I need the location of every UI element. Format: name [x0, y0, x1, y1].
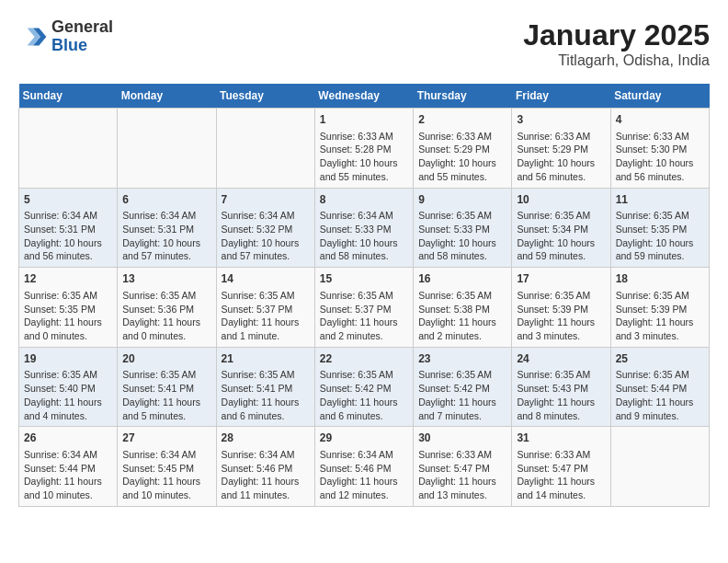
day-number: 13 [122, 271, 210, 287]
day-info: Sunrise: 6:34 AM Sunset: 5:46 PM Dayligh… [320, 448, 408, 502]
page-subtitle: Titlagarh, Odisha, India [523, 52, 710, 69]
calendar-day: 28Sunrise: 6:34 AM Sunset: 5:46 PM Dayli… [216, 427, 314, 507]
day-info: Sunrise: 6:35 AM Sunset: 5:42 PM Dayligh… [418, 368, 506, 422]
calendar-day: 13Sunrise: 6:35 AM Sunset: 5:36 PM Dayli… [118, 268, 216, 348]
day-info: Sunrise: 6:35 AM Sunset: 5:40 PM Dayligh… [24, 368, 112, 422]
day-number: 3 [517, 112, 605, 128]
calendar-day: 29Sunrise: 6:34 AM Sunset: 5:46 PM Dayli… [314, 427, 413, 507]
logo-blue: Blue [51, 37, 113, 55]
calendar-day: 9Sunrise: 6:35 AM Sunset: 5:33 PM Daylig… [414, 188, 512, 268]
calendar-day: 3Sunrise: 6:33 AM Sunset: 5:29 PM Daylig… [512, 109, 610, 189]
day-number: 2 [418, 112, 506, 128]
logo-text: General Blue [51, 18, 113, 55]
logo: General Blue [18, 18, 113, 55]
day-number: 15 [320, 271, 408, 287]
day-number: 27 [122, 431, 210, 446]
day-number: 25 [616, 351, 704, 367]
calendar-week-3: 19Sunrise: 6:35 AM Sunset: 5:40 PM Dayli… [19, 347, 710, 427]
day-info: Sunrise: 6:33 AM Sunset: 5:47 PM Dayligh… [517, 448, 605, 502]
day-info: Sunrise: 6:35 AM Sunset: 5:35 PM Dayligh… [616, 209, 704, 263]
day-info: Sunrise: 6:34 AM Sunset: 5:46 PM Dayligh… [222, 448, 310, 502]
logo-icon [18, 22, 48, 52]
day-number: 5 [24, 192, 112, 208]
calendar-day [216, 109, 314, 189]
day-info: Sunrise: 6:35 AM Sunset: 5:38 PM Dayligh… [418, 289, 506, 343]
day-number: 23 [418, 351, 506, 367]
header-day-friday: Friday [512, 84, 610, 109]
calendar-day: 10Sunrise: 6:35 AM Sunset: 5:34 PM Dayli… [512, 188, 610, 268]
day-info: Sunrise: 6:35 AM Sunset: 5:42 PM Dayligh… [320, 368, 408, 422]
page-header: General Blue January 2025 Titlagarh, Odi… [18, 18, 710, 69]
day-number: 21 [222, 351, 310, 367]
day-info: Sunrise: 6:33 AM Sunset: 5:28 PM Dayligh… [320, 130, 408, 184]
header-day-monday: Monday [118, 84, 216, 109]
calendar-day [610, 427, 709, 507]
day-number: 24 [517, 351, 605, 367]
day-number: 4 [616, 112, 704, 128]
header-day-saturday: Saturday [610, 84, 709, 109]
calendar-day: 25Sunrise: 6:35 AM Sunset: 5:44 PM Dayli… [610, 347, 709, 427]
day-number: 12 [24, 271, 112, 287]
calendar-day: 8Sunrise: 6:34 AM Sunset: 5:33 PM Daylig… [314, 188, 413, 268]
calendar-day: 4Sunrise: 6:33 AM Sunset: 5:30 PM Daylig… [610, 109, 709, 189]
day-number: 10 [517, 192, 605, 208]
calendar-week-4: 26Sunrise: 6:34 AM Sunset: 5:44 PM Dayli… [19, 427, 710, 507]
day-info: Sunrise: 6:35 AM Sunset: 5:39 PM Dayligh… [517, 289, 605, 343]
calendar-day: 20Sunrise: 6:35 AM Sunset: 5:41 PM Dayli… [118, 347, 216, 427]
calendar-day: 6Sunrise: 6:34 AM Sunset: 5:31 PM Daylig… [118, 188, 216, 268]
day-info: Sunrise: 6:35 AM Sunset: 5:41 PM Dayligh… [122, 368, 210, 422]
day-number: 22 [320, 351, 408, 367]
day-number: 6 [122, 192, 210, 208]
day-number: 31 [517, 431, 605, 446]
day-number: 11 [616, 192, 704, 208]
calendar-week-2: 12Sunrise: 6:35 AM Sunset: 5:35 PM Dayli… [19, 268, 710, 348]
day-number: 29 [320, 431, 408, 446]
day-info: Sunrise: 6:34 AM Sunset: 5:44 PM Dayligh… [24, 448, 112, 502]
page-title: January 2025 [523, 18, 710, 52]
calendar-day: 22Sunrise: 6:35 AM Sunset: 5:42 PM Dayli… [314, 347, 413, 427]
day-info: Sunrise: 6:35 AM Sunset: 5:34 PM Dayligh… [517, 209, 605, 263]
day-info: Sunrise: 6:35 AM Sunset: 5:44 PM Dayligh… [616, 368, 704, 422]
day-info: Sunrise: 6:34 AM Sunset: 5:31 PM Dayligh… [24, 209, 112, 263]
calendar-body: 1Sunrise: 6:33 AM Sunset: 5:28 PM Daylig… [19, 109, 710, 507]
calendar-day: 23Sunrise: 6:35 AM Sunset: 5:42 PM Dayli… [414, 347, 512, 427]
day-number: 19 [24, 351, 112, 367]
day-info: Sunrise: 6:34 AM Sunset: 5:45 PM Dayligh… [122, 448, 210, 502]
day-info: Sunrise: 6:34 AM Sunset: 5:31 PM Dayligh… [122, 209, 210, 263]
header-row: SundayMondayTuesdayWednesdayThursdayFrid… [19, 84, 710, 109]
calendar-week-0: 1Sunrise: 6:33 AM Sunset: 5:28 PM Daylig… [19, 109, 710, 189]
header-day-wednesday: Wednesday [314, 84, 413, 109]
calendar-table: SundayMondayTuesdayWednesdayThursdayFrid… [18, 84, 710, 507]
calendar-day [19, 109, 118, 189]
day-number: 30 [418, 431, 506, 446]
day-info: Sunrise: 6:35 AM Sunset: 5:36 PM Dayligh… [122, 289, 210, 343]
title-block: January 2025 Titlagarh, Odisha, India [523, 18, 710, 69]
calendar-day: 15Sunrise: 6:35 AM Sunset: 5:37 PM Dayli… [314, 268, 413, 348]
calendar-day: 18Sunrise: 6:35 AM Sunset: 5:39 PM Dayli… [610, 268, 709, 348]
day-info: Sunrise: 6:35 AM Sunset: 5:43 PM Dayligh… [517, 368, 605, 422]
day-info: Sunrise: 6:33 AM Sunset: 5:30 PM Dayligh… [616, 130, 704, 184]
calendar-header: SundayMondayTuesdayWednesdayThursdayFrid… [19, 84, 710, 109]
calendar-day: 24Sunrise: 6:35 AM Sunset: 5:43 PM Dayli… [512, 347, 610, 427]
calendar-day: 19Sunrise: 6:35 AM Sunset: 5:40 PM Dayli… [19, 347, 118, 427]
day-number: 18 [616, 271, 704, 287]
day-number: 9 [418, 192, 506, 208]
calendar-day: 7Sunrise: 6:34 AM Sunset: 5:32 PM Daylig… [216, 188, 314, 268]
day-number: 20 [122, 351, 210, 367]
day-info: Sunrise: 6:34 AM Sunset: 5:32 PM Dayligh… [222, 209, 310, 263]
day-number: 16 [418, 271, 506, 287]
day-number: 1 [320, 112, 408, 128]
day-info: Sunrise: 6:35 AM Sunset: 5:37 PM Dayligh… [222, 289, 310, 343]
header-day-sunday: Sunday [19, 84, 118, 109]
day-info: Sunrise: 6:33 AM Sunset: 5:29 PM Dayligh… [418, 130, 506, 184]
day-info: Sunrise: 6:35 AM Sunset: 5:33 PM Dayligh… [418, 209, 506, 263]
day-info: Sunrise: 6:35 AM Sunset: 5:37 PM Dayligh… [320, 289, 408, 343]
calendar-day: 21Sunrise: 6:35 AM Sunset: 5:41 PM Dayli… [216, 347, 314, 427]
day-number: 28 [222, 431, 310, 446]
calendar-day: 1Sunrise: 6:33 AM Sunset: 5:28 PM Daylig… [314, 109, 413, 189]
calendar-week-1: 5Sunrise: 6:34 AM Sunset: 5:31 PM Daylig… [19, 188, 710, 268]
calendar-day: 17Sunrise: 6:35 AM Sunset: 5:39 PM Dayli… [512, 268, 610, 348]
day-number: 14 [222, 271, 310, 287]
day-info: Sunrise: 6:35 AM Sunset: 5:35 PM Dayligh… [24, 289, 112, 343]
calendar-day: 27Sunrise: 6:34 AM Sunset: 5:45 PM Dayli… [118, 427, 216, 507]
